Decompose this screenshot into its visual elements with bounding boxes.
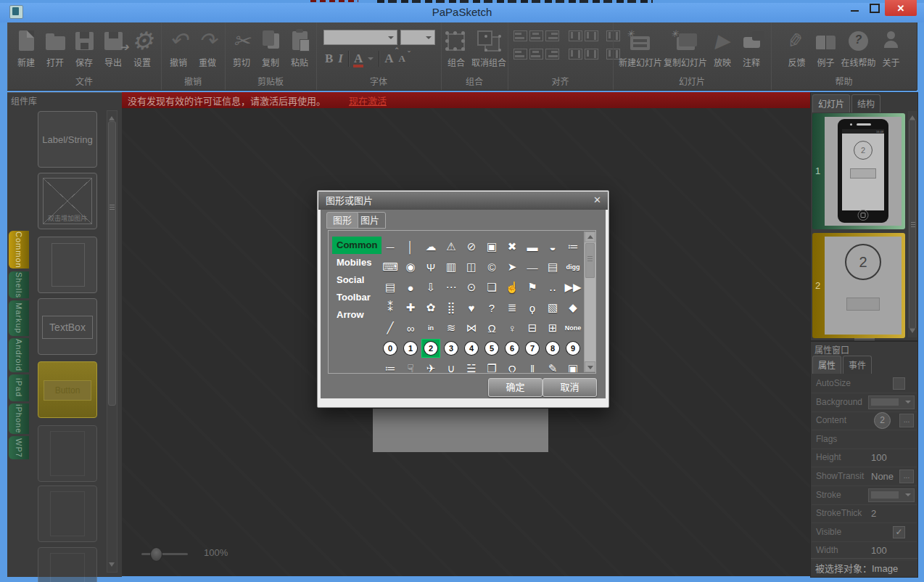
shape-cell[interactable]: ⚑ <box>523 278 542 297</box>
shape-cell[interactable]: ◒ <box>543 237 562 256</box>
shape-cell[interactable]: ✿ <box>421 298 440 317</box>
ribbon-button-新建[interactable]: 新建 <box>12 26 40 68</box>
shape-cell[interactable]: ➤ <box>503 258 521 276</box>
align-icon[interactable] <box>585 49 598 60</box>
shape-cell[interactable]: ☝ <box>503 278 521 297</box>
shape-cell[interactable]: ⊞ <box>543 319 562 337</box>
dropdown-Background[interactable] <box>868 395 915 409</box>
scroll-down-icon[interactable] <box>109 562 115 570</box>
slides-tab-结构[interactable]: 结构 <box>851 94 880 112</box>
shape-cell[interactable]: 5 <box>482 339 501 358</box>
ribbon-button-保存[interactable]: 保存 <box>70 26 98 68</box>
shape-cell[interactable]: ◆ <box>564 298 582 317</box>
font-family-select[interactable] <box>323 30 397 45</box>
align-icon[interactable] <box>569 49 582 60</box>
properties-tab-属性[interactable]: 属性 <box>812 356 841 374</box>
shape-cell[interactable]: ⋯ <box>442 278 461 297</box>
shape-cell[interactable]: ◫ <box>462 258 481 276</box>
ribbon-button-粘贴[interactable]: 粘贴 <box>286 26 313 68</box>
shape-cell[interactable]: 1 <box>401 339 420 358</box>
shape-category-Arrow[interactable]: Arrow <box>332 306 381 324</box>
shape-cell[interactable]: ❏ <box>482 278 501 297</box>
shape-cell[interactable]: ♀ <box>503 319 521 337</box>
scroll-down-icon[interactable] <box>585 361 595 372</box>
shape-cell[interactable]: ▤ <box>543 258 562 276</box>
shape-cell[interactable]: 3 <box>442 339 461 358</box>
category-tab-Shells[interactable]: Shells <box>9 271 29 298</box>
ribbon-button-新建幻灯片[interactable]: 新建幻灯片 <box>619 26 662 68</box>
scroll-down-icon[interactable] <box>909 329 915 336</box>
ribbon-button-放映[interactable]: 放映 <box>709 26 736 68</box>
ribbon-button-组合[interactable]: 组合 <box>442 26 470 68</box>
align-icon[interactable] <box>529 49 543 60</box>
shape-cell[interactable]: 2 <box>421 339 440 358</box>
dialog-tab-图形[interactable]: 图形 <box>326 212 358 229</box>
panel-splitter[interactable] <box>854 338 875 340</box>
ribbon-button-注释[interactable]: 注释 <box>738 26 765 68</box>
library-scrollbar[interactable] <box>107 110 117 573</box>
category-tab-Markup[interactable]: Markup <box>9 300 29 336</box>
library-item-panel[interactable] <box>38 237 97 293</box>
shape-cell[interactable]: ▶▶ <box>564 278 582 297</box>
align-icon[interactable] <box>513 30 527 41</box>
scroll-thumb[interactable] <box>909 120 916 329</box>
grow-font-button[interactable]: A <box>384 52 393 66</box>
shrink-font-button[interactable]: A <box>399 53 405 65</box>
shape-cell[interactable]: ⇩ <box>421 278 440 297</box>
shape-category-Mobiles[interactable]: Mobiles <box>332 254 381 271</box>
font-size-select[interactable] <box>400 30 435 45</box>
shape-cell[interactable]: © <box>482 258 501 276</box>
checkbox-Visible[interactable]: ✓ <box>893 526 905 538</box>
ribbon-button-例子[interactable]: 例子 <box>812 26 839 68</box>
shape-cell[interactable]: ⣿ <box>442 298 461 317</box>
properties-tab-事件[interactable]: 事件 <box>843 356 872 374</box>
shape-cell[interactable]: ☁ <box>421 237 440 256</box>
shape-cell[interactable]: None <box>564 319 582 337</box>
shape-cell[interactable]: ⊙ <box>462 278 481 297</box>
scroll-up-icon[interactable] <box>585 231 595 242</box>
ribbon-button-设置[interactable]: 设置 <box>128 26 156 68</box>
shape-cell[interactable]: ― <box>523 258 542 276</box>
shape-category-Toolbar[interactable]: Toolbar <box>332 289 381 306</box>
canvas-element[interactable] <box>373 409 548 452</box>
shape-cell[interactable]: 9 <box>564 339 582 358</box>
shape-category-Social[interactable]: Social <box>332 271 381 289</box>
shape-cell[interactable]: ─ <box>381 237 400 256</box>
align-icon[interactable] <box>513 49 527 60</box>
ellipsis-button[interactable]: ... <box>899 470 914 483</box>
library-item-Label/String[interactable]: Label/String <box>38 111 97 168</box>
shape-cell[interactable]: ⊟ <box>523 319 542 337</box>
shape-cell[interactable]: ⌨ <box>381 258 400 276</box>
shape-cell[interactable]: ▧ <box>543 298 562 317</box>
shape-cell[interactable]: 6 <box>503 339 521 358</box>
shape-cell[interactable]: 4 <box>462 339 481 358</box>
shape-cell[interactable]: ✚ <box>401 298 420 317</box>
bold-button[interactable]: B <box>325 52 333 66</box>
shape-cell[interactable]: Ψ <box>421 258 440 276</box>
library-item-Button[interactable]: Button <box>38 361 97 418</box>
shape-cell[interactable]: Ω <box>503 359 521 372</box>
align-icon[interactable] <box>545 30 559 41</box>
shape-category-Common[interactable]: Common <box>332 237 381 254</box>
dialog-close-icon[interactable]: ✕ <box>593 194 601 205</box>
shape-cell[interactable]: ☱ <box>462 359 481 372</box>
category-tab-WP7[interactable]: WP7 <box>9 436 29 459</box>
checkbox-AutoSize[interactable] <box>893 377 905 390</box>
font-color-button[interactable]: A <box>354 52 363 66</box>
shape-cell[interactable]: ● <box>401 278 420 297</box>
align-icon[interactable] <box>529 30 543 41</box>
ribbon-button-关于[interactable]: 关于 <box>878 26 905 68</box>
align-icon[interactable] <box>585 30 598 41</box>
ribbon-button-复制幻灯片[interactable]: 复制幻灯片 <box>664 26 707 68</box>
category-tab-iPhone[interactable]: iPhone <box>9 403 29 434</box>
shape-cell[interactable]: ╱ <box>381 319 400 337</box>
library-item-panel[interactable] <box>38 485 97 542</box>
shape-cell[interactable]: ✎ <box>543 359 562 372</box>
font-color-caret-icon[interactable] <box>368 57 374 63</box>
shape-cell[interactable]: ≔ <box>381 359 400 372</box>
shape-cell[interactable]: in <box>421 319 440 337</box>
shape-cell[interactable]: ‥ <box>543 278 562 297</box>
shape-cell[interactable]: ⚠ <box>442 237 461 256</box>
scroll-up-icon[interactable] <box>109 113 115 120</box>
ribbon-button-反馈[interactable]: 反馈 <box>783 26 810 68</box>
